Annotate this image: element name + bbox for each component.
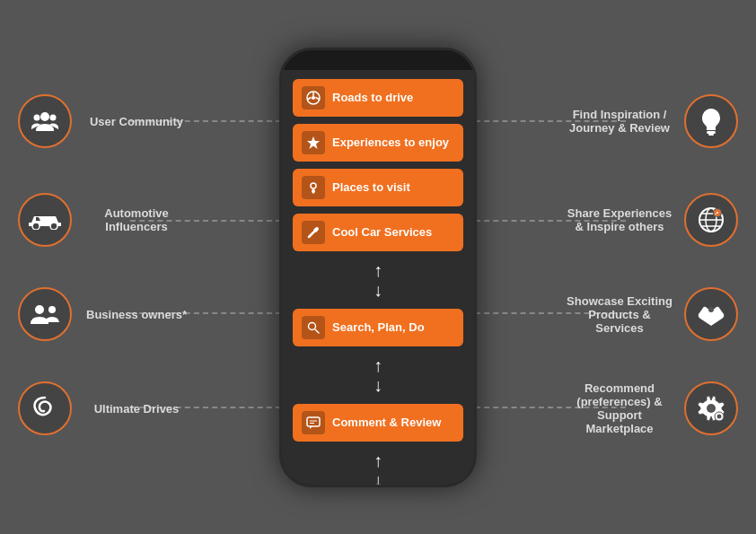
- down-arrow-3: ↓: [374, 470, 382, 485]
- business-icon: [18, 287, 72, 341]
- globe-icon: ↗: [684, 193, 738, 247]
- swirl-icon: [18, 381, 72, 435]
- coolcar-button[interactable]: Cool Car Services: [293, 214, 463, 251]
- user-community-icon: [18, 94, 72, 148]
- comment-button[interactable]: Comment & Review: [293, 404, 463, 442]
- svg-point-17: [34, 115, 40, 121]
- svg-marker-5: [307, 136, 320, 149]
- svg-line-10: [315, 329, 319, 333]
- down-arrow: ↓: [374, 280, 382, 300]
- wrench-icon: [302, 221, 325, 244]
- user-community-label: User Community: [83, 115, 190, 128]
- comment-icon: [302, 411, 325, 434]
- svg-point-6: [311, 183, 316, 188]
- svg-rect-11: [307, 417, 320, 426]
- svg-line-7: [309, 231, 315, 237]
- svg-point-1: [312, 96, 315, 100]
- arrows-connector: ↑ ↓: [293, 258, 463, 302]
- hands-icon: [684, 287, 738, 341]
- svg-rect-23: [707, 131, 716, 134]
- svg-rect-24: [708, 134, 714, 136]
- up-arrow-2: ↑: [374, 355, 382, 375]
- business-owners-item: Business owners*: [18, 287, 190, 341]
- phone-screen: Roads to drive Experiences to enjoy Plac…: [282, 70, 474, 485]
- share-experiences-item: ↗ Share Experiences & Inspire others: [566, 193, 738, 247]
- gear-icon: [684, 381, 738, 435]
- ultimate-drives-label: Ultimate Drives: [83, 402, 190, 416]
- svg-point-21: [35, 305, 44, 314]
- find-inspiration-label: Find Inspiration / Journey & Review: [566, 108, 673, 135]
- down-arrow-2: ↓: [374, 375, 382, 395]
- user-community-item: User Community: [18, 94, 190, 148]
- phone-notch: [342, 54, 414, 70]
- svg-point-34: [707, 404, 716, 413]
- automotive-influencers-label: Automotive Influencers: [83, 206, 190, 233]
- svg-point-20: [50, 223, 57, 230]
- find-inspiration-item: Find Inspiration / Journey & Review: [566, 94, 738, 148]
- search-label: Search, Plan, Do: [332, 320, 425, 334]
- comment-label: Comment & Review: [332, 416, 441, 429]
- experiences-label: Experiences to enjoy: [332, 136, 449, 149]
- search-icon: [302, 316, 325, 339]
- up-arrow-3: ↑: [374, 451, 382, 470]
- svg-point-8: [315, 227, 319, 231]
- star-icon: [302, 131, 325, 154]
- recommend-preferences-label: Recommend (preferences) & Support Market…: [566, 381, 673, 435]
- svg-point-18: [50, 115, 57, 121]
- business-owners-label: Business owners*: [83, 308, 190, 321]
- automotive-influencers-item: Automotive Influencers: [18, 193, 190, 247]
- arrows-connector-2: ↑ ↓: [293, 354, 463, 397]
- recommend-preferences-item: Recommend (preferences) & Support Market…: [566, 381, 738, 435]
- svg-point-19: [32, 223, 40, 230]
- roads-button[interactable]: Roads to drive: [293, 79, 463, 117]
- pin-icon: [302, 176, 325, 199]
- lightbulb-icon: [684, 94, 738, 148]
- svg-text:↗: ↗: [714, 210, 719, 216]
- steering-icon: [302, 86, 325, 109]
- car-icon: [18, 193, 72, 247]
- arrows-connector-3: ↑ ↓: [293, 449, 463, 485]
- showcase-products-item: Showcase Exciting Products & Services: [566, 287, 738, 341]
- svg-point-33: [708, 307, 714, 312]
- phone-mockup: Roads to drive Experiences to enjoy Plac…: [279, 48, 477, 487]
- experiences-button[interactable]: Experiences to enjoy: [293, 124, 463, 162]
- roads-label: Roads to drive: [332, 91, 413, 104]
- share-experiences-label: Share Experiences & Inspire others: [566, 206, 673, 233]
- svg-point-16: [40, 112, 49, 121]
- ultimate-drives-item: Ultimate Drives: [18, 381, 190, 435]
- up-arrow: ↑: [374, 260, 382, 280]
- coolcar-label: Cool Car Services: [332, 225, 432, 239]
- showcase-products-label: Showcase Exciting Products & Services: [566, 294, 673, 335]
- svg-point-22: [48, 306, 56, 313]
- svg-point-9: [309, 322, 316, 329]
- svg-point-36: [717, 415, 722, 419]
- places-button[interactable]: Places to visit: [293, 169, 463, 206]
- places-label: Places to visit: [332, 180, 410, 194]
- search-button[interactable]: Search, Plan, Do: [293, 309, 463, 346]
